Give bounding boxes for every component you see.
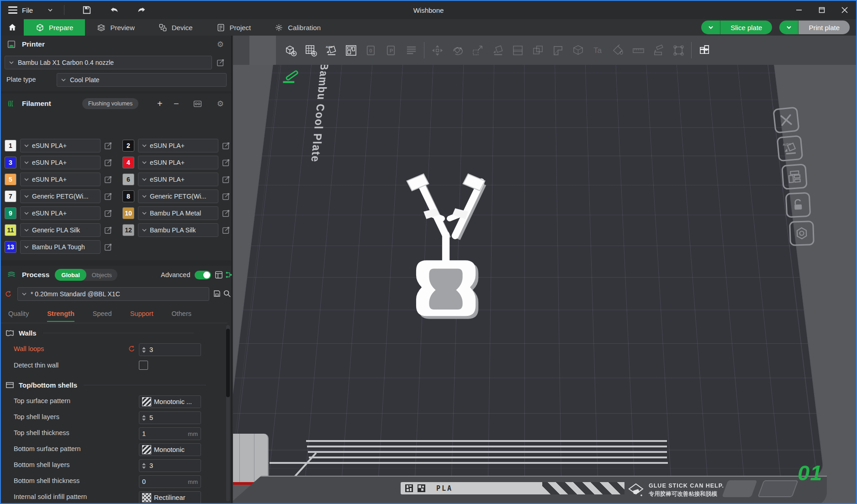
filament-color-chip[interactable]: 11 [5,224,16,236]
save-icon[interactable] [82,5,92,15]
filament-select[interactable]: eSUN PLA+ [20,156,101,169]
edit-filament-icon[interactable] [222,175,230,184]
save-preset-icon[interactable] [213,289,221,298]
top-shell-layers-input[interactable]: 5 [139,411,201,424]
printer-select[interactable]: Bambu Lab X1 Carbon 0.4 nozzle [5,56,212,69]
edit-filament-icon[interactable] [104,142,112,150]
filament-color-chip[interactable]: 7 [5,190,16,202]
bottom-shell-layers-input[interactable]: 3 [139,459,201,472]
objects-tree-icon[interactable] [225,271,233,279]
spinner-arrows[interactable] [142,415,147,421]
spinner-arrows[interactable] [142,463,147,469]
auto-orient-plate-button[interactable]: AUTO [777,135,804,162]
internal-solid-infill-pattern-select[interactable]: Rectilinear [139,491,201,504]
bottom-surface-pattern-select[interactable]: Monotonic [139,443,201,456]
add-object-icon[interactable] [280,44,301,57]
undo-icon[interactable] [109,5,119,15]
filament-select[interactable]: Generic PETG(Wi... [138,189,218,203]
search-preset-icon[interactable] [223,289,231,298]
edit-filament-icon[interactable] [104,226,112,234]
tab-device[interactable]: Device [147,19,205,36]
tab-speed[interactable]: Speed [93,310,112,322]
lock-plate-button[interactable] [785,192,811,218]
tab-preview[interactable]: Preview [85,19,146,36]
delete-plate-button[interactable] [772,106,799,133]
filament-select[interactable]: eSUN PLA+ [20,206,101,220]
add-filament-button[interactable]: + [157,99,163,108]
add-plate-icon[interactable] [301,44,321,57]
edit-filament-icon[interactable] [104,243,112,251]
filament-select[interactable]: eSUN PLA+ [138,156,218,169]
tab-calibration[interactable]: Calibration [263,19,333,36]
detect-thin-wall-checkbox[interactable] [139,361,148,370]
sidebar-scrollbar[interactable] [226,325,230,501]
plate-number[interactable]: 01 [798,460,822,485]
redo-icon[interactable] [137,5,147,15]
edit-filament-icon[interactable] [104,175,112,184]
ams-icon[interactable] [193,99,202,109]
reset-preset-icon[interactable] [5,290,12,298]
edit-plate-name-pencil-icon[interactable] [280,66,301,86]
edit-filament-icon[interactable] [222,192,230,200]
reset-wall-loops-icon[interactable] [128,345,136,353]
filament-color-chip[interactable]: 13 [5,241,16,253]
filament-select[interactable]: Generic PETG(Wi... [20,189,101,203]
maximize-button[interactable] [810,1,833,19]
edit-filament-icon[interactable] [222,209,230,217]
filament-select[interactable]: eSUN PLA+ [138,139,218,152]
viewport-3d[interactable]: Bambu Cool Plate AUTO 0 P Ta [233,36,856,503]
edit-filament-icon[interactable] [222,226,230,234]
close-button[interactable] [833,1,856,19]
top-surface-pattern-select[interactable]: Monotonic ... [139,395,201,408]
edit-printer-icon[interactable] [217,58,225,67]
spinner-arrows[interactable] [142,347,147,353]
filament-select[interactable]: eSUN PLA+ [20,173,101,186]
filament-color-chip[interactable]: 6 [122,173,134,185]
chevron-down-icon[interactable] [48,7,53,13]
filament-color-chip[interactable]: 9 [5,207,16,219]
scope-global[interactable]: Global [55,269,86,281]
slice-options-dropdown[interactable] [701,21,720,34]
print-plate-button[interactable]: Print plate [799,21,850,34]
arrange-icon[interactable] [341,44,361,57]
flushing-volumes-button[interactable]: Flushing volumes [82,98,138,109]
slice-plate-button[interactable]: Slice plate [720,21,772,34]
home-button[interactable] [1,19,24,36]
tab-prepare[interactable]: Prepare [24,19,85,36]
wishbone-model[interactable] [391,164,501,342]
tab-quality[interactable]: Quality [8,310,29,322]
parameter-table-icon[interactable] [215,271,223,279]
wall-loops-input[interactable]: 3 [139,343,201,356]
build-plate[interactable]: Bambu Cool Plate [233,36,825,477]
printer-settings-gear-icon[interactable]: ⚙ [217,41,224,48]
filament-color-chip[interactable]: 12 [122,224,134,236]
advanced-toggle[interactable] [195,271,211,279]
filament-select[interactable]: Generic PLA Silk [20,223,101,237]
filament-color-chip[interactable]: 8 [122,190,134,202]
auto-orient-icon[interactable]: AUTO [321,44,341,57]
edit-filament-icon[interactable] [104,192,112,200]
bottom-shell-thickness-input[interactable]: 0 mm [139,475,201,488]
file-menu[interactable]: File [22,6,33,14]
scope-objects[interactable]: Objects [86,272,117,278]
remove-filament-button[interactable]: − [174,99,179,108]
filament-select[interactable]: eSUN PLA+ [138,173,218,186]
filament-color-chip[interactable]: 5 [5,173,16,185]
arrange-plate-button[interactable] [781,163,808,190]
assembly-view-puzzle-icon[interactable] [694,44,714,57]
minimize-button[interactable] [788,1,810,19]
tab-others[interactable]: Others [171,310,191,322]
plate-type-select[interactable]: Cool Plate [57,73,227,87]
filament-select[interactable]: eSUN PLA+ [20,139,101,152]
filament-color-chip[interactable]: 10 [122,207,134,219]
filament-select[interactable]: Bambu PLA Silk [138,223,218,237]
filament-color-chip[interactable]: 3 [5,157,16,168]
filament-select[interactable]: Bambu PLA Metal [138,206,218,220]
plate-settings-button[interactable] [789,220,815,246]
edit-filament-icon[interactable] [222,142,230,150]
scrollbar-thumb[interactable] [226,329,230,397]
edit-filament-icon[interactable] [222,158,230,167]
print-options-dropdown[interactable] [779,21,799,34]
filament-select[interactable]: Bambu PLA Tough [20,240,101,254]
filament-color-chip[interactable]: 2 [122,140,134,152]
